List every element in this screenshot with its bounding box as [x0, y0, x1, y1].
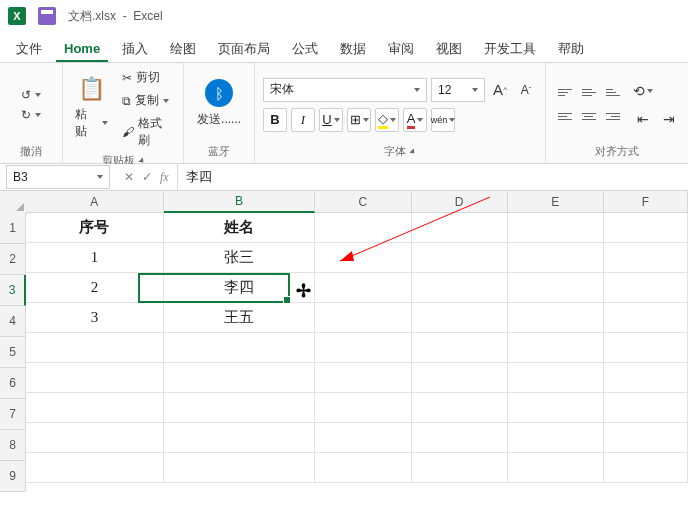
- paste-button[interactable]: 粘贴: [71, 104, 111, 142]
- row-header-1[interactable]: 1: [0, 213, 26, 244]
- cell-E5[interactable]: [508, 333, 604, 363]
- cancel-formula-icon[interactable]: ✕: [124, 170, 134, 184]
- cell-A7[interactable]: [26, 393, 164, 423]
- tab-home[interactable]: Home: [56, 37, 108, 62]
- row-header-9[interactable]: 9: [0, 461, 26, 492]
- tab-review[interactable]: 审阅: [380, 36, 422, 62]
- formula-input[interactable]: 李四: [178, 168, 688, 186]
- cell-D5[interactable]: [412, 333, 508, 363]
- format-painter-button[interactable]: 🖌 格式刷: [118, 113, 176, 151]
- fx-icon[interactable]: fx: [160, 170, 169, 185]
- align-left-button[interactable]: [554, 106, 576, 128]
- cell-F1[interactable]: [604, 213, 688, 243]
- font-name-select[interactable]: 宋体: [263, 78, 427, 102]
- phonetic-button[interactable]: wén: [431, 108, 455, 132]
- increase-font-button[interactable]: A^: [489, 79, 511, 101]
- row-header-5[interactable]: 5: [0, 337, 26, 368]
- align-bottom-button[interactable]: [602, 82, 624, 104]
- cell-F9[interactable]: [604, 453, 688, 483]
- cell-B2[interactable]: 张三: [164, 243, 316, 273]
- cell-D8[interactable]: [412, 423, 508, 453]
- orientation-button[interactable]: ⟲: [632, 80, 654, 102]
- cell-E6[interactable]: [508, 363, 604, 393]
- cell-A1[interactable]: 序号: [26, 213, 164, 243]
- decrease-font-button[interactable]: Aˇ: [515, 79, 537, 101]
- fill-color-button[interactable]: ◇: [375, 108, 399, 132]
- tab-data[interactable]: 数据: [332, 36, 374, 62]
- italic-button[interactable]: I: [291, 108, 315, 132]
- cell-D7[interactable]: [412, 393, 508, 423]
- border-button[interactable]: ⊞: [347, 108, 371, 132]
- cell-E4[interactable]: [508, 303, 604, 333]
- cell-D6[interactable]: [412, 363, 508, 393]
- tab-dev[interactable]: 开发工具: [476, 36, 544, 62]
- cell-E2[interactable]: [508, 243, 604, 273]
- cell-C7[interactable]: [315, 393, 411, 423]
- cell-A6[interactable]: [26, 363, 164, 393]
- align-middle-button[interactable]: [578, 82, 600, 104]
- cell-B3[interactable]: 李四: [164, 273, 316, 303]
- column-header-C[interactable]: C: [315, 191, 411, 213]
- cell-E9[interactable]: [508, 453, 604, 483]
- row-header-2[interactable]: 2: [0, 244, 26, 275]
- cell-A2[interactable]: 1: [26, 243, 164, 273]
- column-header-E[interactable]: E: [508, 191, 604, 213]
- tab-insert[interactable]: 插入: [114, 36, 156, 62]
- column-header-B[interactable]: B: [164, 191, 316, 213]
- bold-button[interactable]: B: [263, 108, 287, 132]
- cell-D3[interactable]: [412, 273, 508, 303]
- cell-B1[interactable]: 姓名: [164, 213, 316, 243]
- tab-view[interactable]: 视图: [428, 36, 470, 62]
- cell-B9[interactable]: [164, 453, 316, 483]
- row-header-7[interactable]: 7: [0, 399, 26, 430]
- cell-A9[interactable]: [26, 453, 164, 483]
- tab-file[interactable]: 文件: [8, 36, 50, 62]
- column-header-F[interactable]: F: [604, 191, 688, 213]
- cut-button[interactable]: ✂ 剪切: [118, 67, 176, 88]
- decrease-indent-button[interactable]: ⇤: [632, 108, 654, 130]
- bluetooth-send-button[interactable]: 发送......: [193, 109, 245, 130]
- copy-button[interactable]: ⧉ 复制: [118, 90, 176, 111]
- cell-F6[interactable]: [604, 363, 688, 393]
- enter-formula-icon[interactable]: ✓: [142, 170, 152, 184]
- cell-B7[interactable]: [164, 393, 316, 423]
- cell-D4[interactable]: [412, 303, 508, 333]
- redo-button[interactable]: ↻: [17, 106, 45, 124]
- column-header-A[interactable]: A: [26, 191, 164, 213]
- row-header-4[interactable]: 4: [0, 306, 26, 337]
- name-box[interactable]: B3: [6, 165, 110, 189]
- cell-A5[interactable]: [26, 333, 164, 363]
- cell-F2[interactable]: [604, 243, 688, 273]
- select-all-corner[interactable]: [0, 191, 27, 214]
- cell-C1[interactable]: [315, 213, 411, 243]
- cell-E8[interactable]: [508, 423, 604, 453]
- cell-B8[interactable]: [164, 423, 316, 453]
- cell-E7[interactable]: [508, 393, 604, 423]
- cell-E1[interactable]: [508, 213, 604, 243]
- cell-F8[interactable]: [604, 423, 688, 453]
- save-icon[interactable]: [38, 7, 56, 25]
- cell-B6[interactable]: [164, 363, 316, 393]
- tab-formula[interactable]: 公式: [284, 36, 326, 62]
- row-header-3[interactable]: 3: [0, 275, 26, 306]
- cell-D1[interactable]: [412, 213, 508, 243]
- row-header-6[interactable]: 6: [0, 368, 26, 399]
- cell-B5[interactable]: [164, 333, 316, 363]
- cell-D9[interactable]: [412, 453, 508, 483]
- undo-button[interactable]: ↺: [17, 86, 45, 104]
- row-header-8[interactable]: 8: [0, 430, 26, 461]
- cell-F5[interactable]: [604, 333, 688, 363]
- tab-draw[interactable]: 绘图: [162, 36, 204, 62]
- cell-C8[interactable]: [315, 423, 411, 453]
- font-size-select[interactable]: 12: [431, 78, 485, 102]
- tab-layout[interactable]: 页面布局: [210, 36, 278, 62]
- align-right-button[interactable]: [602, 106, 624, 128]
- cell-A3[interactable]: 2: [26, 273, 164, 303]
- cell-A8[interactable]: [26, 423, 164, 453]
- column-header-D[interactable]: D: [412, 191, 508, 213]
- cell-A4[interactable]: 3: [26, 303, 164, 333]
- cell-E3[interactable]: [508, 273, 604, 303]
- cell-F3[interactable]: [604, 273, 688, 303]
- cell-C6[interactable]: [315, 363, 411, 393]
- font-color-button[interactable]: A: [403, 108, 427, 132]
